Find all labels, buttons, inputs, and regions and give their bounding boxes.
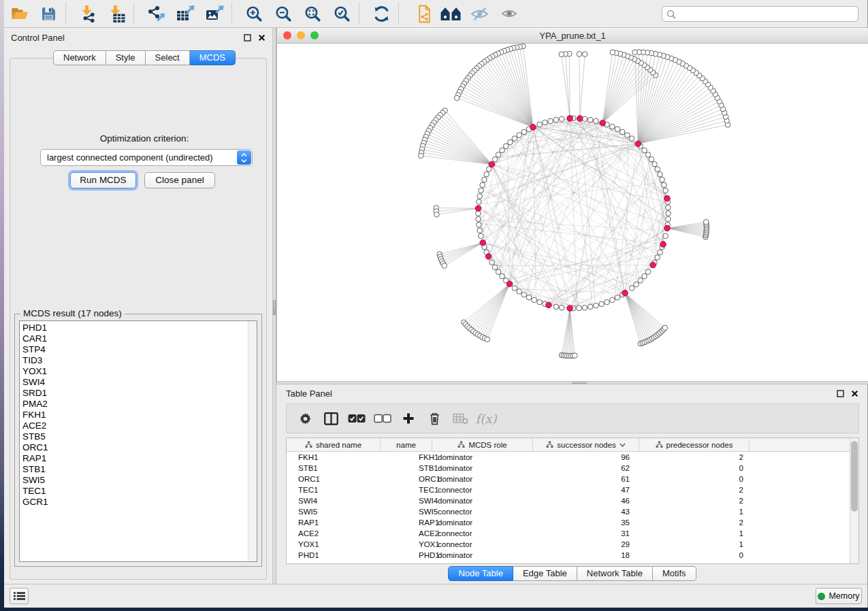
table-panel-tabs: Node Table Edge Table Network Table Moti… [276, 566, 868, 581]
table-row[interactable]: ORC1ORC1dominator610 [287, 474, 858, 484]
mcds-result-item[interactable]: STP4 [20, 344, 247, 355]
tab-motifs[interactable]: Motifs [653, 566, 696, 581]
import-network-icon[interactable] [76, 3, 99, 24]
table-cell: PHD1 [381, 550, 432, 561]
criterion-select[interactable]: largest connected component (undirected) [40, 149, 253, 166]
search-input[interactable] [679, 10, 858, 19]
deselect-all-icon[interactable] [370, 406, 396, 431]
status-bar: Memory [4, 584, 867, 608]
mcds-result-item[interactable]: PMA2 [20, 399, 247, 410]
mcds-result-item[interactable]: SRD1 [20, 388, 247, 399]
export-table-icon[interactable] [174, 3, 197, 24]
column-header-shared-name[interactable]: shared name [287, 438, 381, 451]
scrollbar-thumb[interactable] [851, 441, 858, 512]
mcds-result-item[interactable]: TID3 [20, 355, 247, 366]
node-table: shared name name MCDS role successor nod… [286, 437, 859, 564]
table-settings-gear-icon[interactable] [292, 406, 318, 431]
table-row[interactable]: PHD1PHD1dominator180 [287, 550, 858, 561]
show-columns-icon[interactable] [318, 406, 344, 431]
table-row[interactable]: SWI5SWI5connector431 [287, 506, 858, 517]
select-stepper-icon [237, 150, 251, 165]
mcds-result-item[interactable]: YOX1 [20, 366, 247, 377]
task-history-button[interactable] [10, 588, 29, 604]
table-cell: 2 [639, 517, 750, 528]
mcds-result-item[interactable]: SWI5 [20, 475, 247, 486]
table-row[interactable]: ACE2ACE2connector311 [287, 528, 858, 539]
table-row[interactable]: STB1STB1dominator620 [287, 463, 858, 474]
table-row[interactable]: FKH1FKH1dominator962 [287, 452, 858, 463]
splitter-grip[interactable] [273, 300, 276, 315]
mcds-result-item[interactable]: CAR1 [20, 333, 247, 344]
table-row[interactable]: SWI4SWI4dominator462 [287, 495, 858, 506]
table-header-row: shared name name MCDS role successor nod… [287, 438, 858, 452]
tab-edge-table[interactable]: Edge Table [513, 566, 577, 581]
run-mcds-button[interactable]: Run MCDS [70, 172, 136, 188]
zoom-fit-icon[interactable] [301, 3, 324, 24]
tab-mcds[interactable]: MCDS [190, 50, 236, 65]
close-window-icon[interactable] [283, 31, 291, 39]
splitter-grip[interactable] [572, 382, 587, 384]
tab-select[interactable]: Select [146, 50, 190, 65]
sort-descending-icon [620, 443, 626, 447]
close-panel-button[interactable]: Close panel [144, 172, 215, 188]
control-panel-header: Control Panel [4, 28, 272, 48]
table-row[interactable]: TEC1TEC1connector472 [287, 484, 858, 495]
mcds-result-item[interactable]: PHD1 [20, 323, 247, 333]
add-column-icon[interactable] [396, 406, 421, 431]
tab-node-table[interactable]: Node Table [448, 566, 513, 581]
zoom-out-icon[interactable] [272, 3, 295, 24]
mcds-panel: Optimization criterion: largest connecte… [10, 58, 267, 580]
column-label: successor nodes [557, 441, 615, 449]
float-panel-icon[interactable] [244, 34, 251, 42]
mcds-result-item[interactable]: STB1 [20, 464, 247, 475]
table-cell: STB1 [287, 463, 381, 474]
hide-selected-eye-icon[interactable] [468, 3, 491, 24]
mcds-result-item[interactable]: FKH1 [20, 410, 247, 420]
close-panel-icon[interactable] [258, 34, 266, 42]
criterion-value: largest connected component (undirected) [47, 152, 213, 163]
select-all-icon[interactable] [344, 406, 370, 431]
mcds-result-item[interactable]: RAP1 [20, 453, 247, 464]
close-panel-icon[interactable] [851, 390, 858, 397]
tab-style[interactable]: Style [106, 50, 146, 65]
mcds-result-item[interactable]: SWI4 [20, 377, 247, 388]
column-header-name[interactable]: name [381, 438, 432, 451]
table-row[interactable]: YOX1YOX1connector291 [287, 539, 858, 550]
column-header-successor-nodes[interactable]: successor nodes [533, 438, 639, 451]
maximize-window-icon[interactable] [310, 31, 319, 39]
memory-button[interactable]: Memory [816, 588, 862, 604]
mcds-result-item[interactable]: GCR1 [20, 497, 247, 508]
delete-column-trash-icon[interactable] [421, 406, 447, 431]
open-file-icon[interactable] [8, 3, 31, 24]
mcds-result-item[interactable]: ACE2 [20, 420, 247, 431]
export-network-icon[interactable] [144, 3, 167, 24]
control-panel-tabs: Network Style Select MCDS [53, 50, 236, 65]
column-header-mcds-role[interactable]: MCDS role [432, 438, 533, 451]
network-document-icon[interactable] [412, 3, 435, 24]
mcds-result-item[interactable]: ORC1 [20, 442, 247, 453]
table-cell: TEC1 [287, 484, 381, 495]
table-cell: dominator [432, 495, 533, 506]
network-canvas[interactable] [277, 44, 867, 380]
import-table-icon[interactable] [105, 3, 128, 24]
float-panel-icon[interactable] [837, 390, 844, 397]
export-image-icon[interactable] [203, 3, 226, 24]
table-scrollbar[interactable] [850, 438, 858, 563]
column-header-predecessor-nodes[interactable]: predecessor nodes [639, 438, 750, 451]
show-all-eye-icon[interactable] [498, 3, 521, 24]
tab-network-table[interactable]: Network Table [577, 566, 653, 581]
toolbar-separator [231, 3, 238, 24]
first-neighbors-icon[interactable] [439, 3, 462, 24]
minimize-window-icon[interactable] [297, 31, 305, 39]
zoom-in-icon[interactable] [242, 3, 266, 24]
table-cell: 31 [533, 528, 639, 539]
table-row[interactable]: RAP1RAP1dominator352 [287, 517, 858, 528]
mcds-result-item[interactable]: TEC1 [20, 486, 247, 497]
zoom-selected-icon[interactable] [330, 3, 353, 24]
table-cell: 18 [533, 550, 639, 561]
refresh-icon[interactable] [370, 3, 393, 24]
mcds-list-scrollbar[interactable] [248, 321, 257, 561]
save-session-icon[interactable] [37, 3, 60, 24]
mcds-result-item[interactable]: STB5 [20, 431, 247, 442]
tab-network[interactable]: Network [53, 50, 106, 65]
